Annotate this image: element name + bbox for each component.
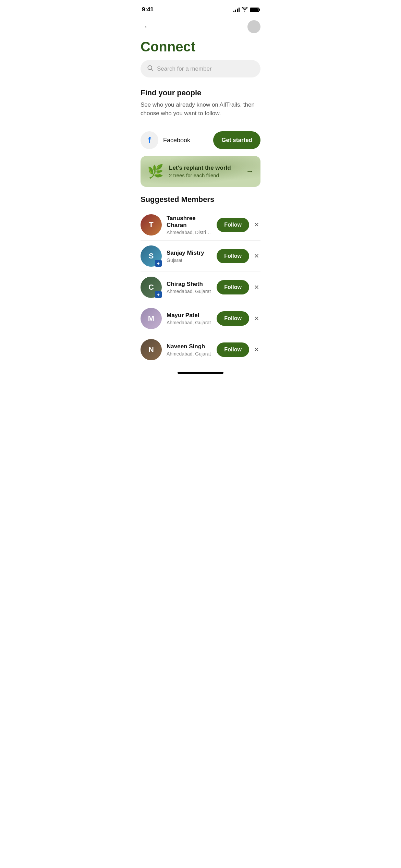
member-actions: Follow ✕ (217, 280, 260, 294)
replant-subtitle: 2 trees for each friend (169, 172, 231, 178)
dismiss-button[interactable]: ✕ (253, 251, 260, 261)
follow-button[interactable]: Follow (217, 311, 249, 326)
leaf-icon: 🌿 (147, 164, 163, 179)
replant-content: 🌿 Let's replant the world 2 trees for ea… (147, 164, 231, 179)
svg-line-1 (151, 69, 153, 71)
search-container: Search for a member (134, 60, 267, 84)
member-row: T Tanushree Charan Ahmedabad, District o… (141, 209, 260, 241)
avatar-container: S + (141, 245, 162, 267)
header: ← (134, 17, 267, 36)
member-info: Naveen Singh Ahmedabad, Gujarat (167, 343, 212, 357)
avatar-container: C + (141, 277, 162, 298)
avatar: M (141, 308, 162, 329)
member-name: Mayur Patel (167, 312, 212, 319)
dismiss-button[interactable]: ✕ (253, 313, 260, 324)
suggested-members-title: Suggested Members (141, 195, 260, 204)
home-bar (178, 372, 223, 374)
member-row: S + Sanjay Mistry Gujarat Follow ✕ (141, 241, 260, 272)
avatar: T (141, 214, 162, 236)
replant-text: Let's replant the world 2 trees for each… (169, 165, 231, 178)
suggested-members-section: Suggested Members T Tanushree Charan Ahm… (134, 195, 267, 365)
home-indicator (134, 368, 267, 376)
member-actions: Follow ✕ (217, 218, 260, 232)
replant-arrow-icon: → (246, 167, 254, 176)
member-row: C + Chirag Sheth Ahmedabad, Gujarat Foll… (141, 272, 260, 303)
follow-button[interactable]: Follow (217, 280, 249, 294)
avatar-container: N (141, 339, 162, 360)
status-time: 9:41 (142, 6, 154, 13)
avatar-container: T (141, 214, 162, 236)
replant-banner[interactable]: 🌿 Let's replant the world 2 trees for ea… (141, 156, 260, 187)
member-row: M Mayur Patel Ahmedabad, Gujarat Follow … (141, 303, 260, 334)
member-info: Sanjay Mistry Gujarat (167, 250, 212, 263)
member-info: Chirag Sheth Ahmedabad, Gujarat (167, 281, 212, 294)
member-badge: + (155, 291, 162, 298)
member-info: Mayur Patel Ahmedabad, Gujarat (167, 312, 212, 325)
dismiss-button[interactable]: ✕ (253, 282, 260, 292)
member-location: Gujarat (167, 257, 212, 263)
member-actions: Follow ✕ (217, 311, 260, 326)
status-icons (233, 7, 259, 13)
member-info: Tanushree Charan Ahmedabad, District of … (167, 215, 212, 235)
replant-title: Let's replant the world (169, 165, 231, 171)
facebook-info: f Facebook (141, 131, 190, 149)
member-actions: Follow ✕ (217, 342, 260, 357)
find-people-section: Find your people See who you already kno… (134, 84, 267, 131)
member-location: Ahmedabad, District of Colu... (167, 230, 212, 235)
signal-icon (233, 7, 240, 12)
members-list: T Tanushree Charan Ahmedabad, District o… (141, 209, 260, 365)
profile-avatar[interactable] (247, 20, 260, 33)
member-name: Chirag Sheth (167, 281, 212, 288)
follow-button[interactable]: Follow (217, 218, 249, 232)
status-bar: 9:41 (134, 0, 267, 17)
facebook-label: Facebook (163, 137, 190, 144)
page-title: Connect (134, 36, 267, 60)
facebook-row: f Facebook Get started (134, 131, 267, 156)
avatar: N (141, 339, 162, 360)
dismiss-button[interactable]: ✕ (253, 220, 260, 230)
search-icon (147, 64, 154, 73)
follow-button[interactable]: Follow (217, 249, 249, 263)
facebook-icon: f (141, 131, 158, 149)
avatar-container: M (141, 308, 162, 329)
member-name: Naveen Singh (167, 343, 212, 350)
member-badge: + (155, 260, 162, 267)
member-location: Ahmedabad, Gujarat (167, 320, 212, 325)
get-started-button[interactable]: Get started (213, 131, 260, 149)
find-people-description: See who you already know on AllTrails, t… (141, 101, 260, 118)
member-name: Sanjay Mistry (167, 250, 212, 256)
member-row: N Naveen Singh Ahmedabad, Gujarat Follow… (141, 334, 260, 365)
dismiss-button[interactable]: ✕ (253, 345, 260, 355)
search-bar[interactable]: Search for a member (141, 60, 260, 77)
battery-icon (250, 8, 259, 12)
wifi-icon (242, 7, 248, 13)
member-location: Ahmedabad, Gujarat (167, 351, 212, 357)
search-placeholder: Search for a member (157, 65, 212, 72)
member-name: Tanushree Charan (167, 215, 212, 229)
follow-button[interactable]: Follow (217, 342, 249, 357)
find-people-title: Find your people (141, 88, 260, 97)
back-button[interactable]: ← (141, 20, 154, 34)
member-actions: Follow ✕ (217, 249, 260, 263)
back-arrow-icon: ← (144, 22, 151, 31)
member-location: Ahmedabad, Gujarat (167, 289, 212, 294)
